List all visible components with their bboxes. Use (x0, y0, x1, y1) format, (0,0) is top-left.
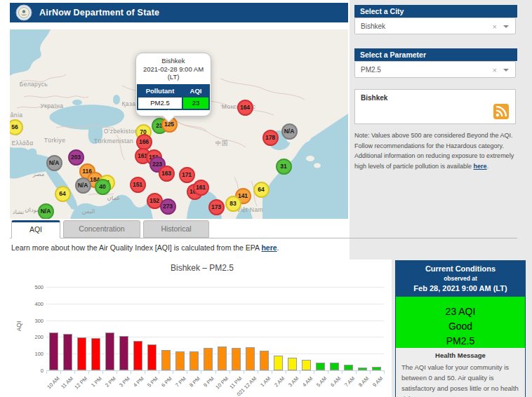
tab-concentration[interactable]: Concentration (63, 220, 140, 238)
x-axis-tick (300, 371, 300, 374)
chart-bar[interactable] (246, 347, 255, 370)
map-marker[interactable]: N/A (38, 203, 54, 220)
rss-icon[interactable] (493, 104, 509, 119)
x-axis-label-text: 1 PM (90, 375, 103, 389)
note-here-link[interactable]: here (474, 163, 487, 170)
x-axis-tick (328, 371, 328, 374)
city-select[interactable]: Bishkek × (354, 18, 516, 34)
chart-bar[interactable] (358, 368, 367, 370)
x-axis-label-text: 3 PM (118, 375, 131, 389)
chart-bar[interactable] (133, 341, 142, 370)
chart-bar[interactable] (372, 367, 381, 370)
current-conditions-panel: Current Conditions observed at Feb 28, 2… (395, 260, 526, 397)
health-message-title: Health Message (396, 351, 525, 359)
map-marker[interactable]: 83 (225, 196, 241, 212)
map-place-label: عمان (107, 194, 121, 201)
chart-bar[interactable] (161, 350, 171, 370)
x-axis-tick (258, 371, 258, 374)
observed-at-label: observed at (397, 275, 524, 282)
learn-more-here-link[interactable]: here (261, 243, 277, 252)
map-marker[interactable]: 56 (10, 119, 23, 135)
city-select-value: Bishkek (361, 22, 385, 30)
map-marker[interactable]: 164 (237, 100, 253, 116)
chart-bar[interactable] (232, 348, 241, 370)
chart-bar[interactable] (344, 365, 353, 370)
chart-bar[interactable] (91, 338, 100, 370)
parameter-select-value: PM2.5 (361, 66, 381, 74)
chart-bar[interactable] (302, 360, 311, 370)
x-axis-label-text: 10 AM (46, 375, 60, 390)
map-place-label: O'zbekiston (104, 128, 138, 135)
health-message-text: The AQI value for your community is betw… (401, 362, 519, 397)
map-marker[interactable]: 166 (136, 134, 152, 150)
aqi-bar-chart: Bishkek – PM2.5 AQI 010020030040050010 A… (13, 260, 392, 397)
map-marker[interactable]: 178 (262, 130, 279, 146)
y-axis-tick-label: 400 (15, 301, 44, 307)
x-axis-tick (356, 371, 357, 374)
note-text: Note: Values above 500 are considered Be… (354, 132, 514, 170)
x-axis-tick (117, 371, 117, 374)
map-marker[interactable]: 40 (95, 179, 111, 195)
chart-bar[interactable] (288, 358, 297, 370)
chart-bar[interactable] (274, 356, 283, 370)
x-axis-label-text: 12 PM (74, 375, 89, 391)
chart-bar[interactable] (204, 348, 213, 370)
city-dropdown-caret-icon[interactable] (503, 25, 509, 28)
map-marker[interactable]: 31 (276, 159, 292, 175)
learn-more-suffix: . (277, 243, 279, 252)
map-marker[interactable]: N/A (46, 155, 62, 171)
chart-bar[interactable] (316, 363, 325, 370)
x-axis-tick (272, 371, 272, 374)
x-axis-label-text: 3 AM (287, 375, 300, 388)
aqi-map[interactable]: БеларусьУкраїнаRomâniaΕλλάδαTürkiyeO'zbe… (10, 29, 348, 219)
chart-bar[interactable] (189, 351, 199, 370)
x-axis-tick (286, 371, 286, 374)
map-marker[interactable]: 64 (253, 182, 270, 198)
city-clear-icon[interactable]: × (493, 18, 497, 35)
chart-bar[interactable] (175, 351, 185, 370)
map-marker[interactable]: 163 (159, 166, 175, 182)
x-axis-tick (384, 371, 385, 374)
tab-aqi[interactable]: AQI (11, 220, 60, 238)
chart-bar[interactable] (260, 351, 269, 370)
x-axis-label-text: 2 PM (104, 375, 117, 389)
map-marker[interactable]: 273 (160, 198, 176, 215)
select-parameter-header: Select a Parameter (354, 48, 517, 61)
aqi-pollutant: PM2.5 (396, 334, 525, 349)
chart-bar[interactable] (77, 337, 86, 370)
map-marker[interactable]: 161 (193, 180, 209, 196)
popup-pollutant-value: PM2.5 (138, 97, 182, 109)
map-marker[interactable]: 173 (208, 199, 225, 215)
map-marker[interactable]: 151 (130, 177, 146, 193)
map-place-label: اليمن (82, 208, 95, 215)
parameter-dropdown-caret-icon[interactable] (503, 69, 509, 72)
map-marker[interactable]: N/A (75, 177, 91, 194)
chart-bar[interactable] (218, 346, 227, 370)
map-place-label: Беларусь (20, 81, 48, 88)
x-axis-label-text: 6 PM (160, 375, 173, 389)
x-axis-tick (88, 371, 89, 374)
map-place-label: Türkmenistan (94, 137, 133, 144)
map-marker[interactable]: 171 (179, 167, 195, 183)
x-axis-label-text: 11 AM (60, 375, 74, 390)
gridline (46, 287, 384, 288)
map-place-label: 中国 (215, 140, 228, 148)
parameter-select[interactable]: PM2.5 × (354, 61, 516, 78)
tab-historical[interactable]: Historical (143, 220, 209, 238)
map-marker[interactable]: 64 (55, 186, 71, 202)
x-axis-tick (370, 371, 371, 374)
aqi-value: 23 AQI (396, 304, 525, 319)
chart-bar[interactable] (330, 363, 339, 370)
chart-bar[interactable] (147, 344, 157, 370)
x-axis-label-text: 2 AM (273, 375, 286, 388)
chart-bar[interactable] (105, 332, 114, 370)
chart-bar[interactable] (119, 336, 128, 370)
map-marker[interactable]: 203 (68, 149, 84, 166)
map-marker[interactable]: N/A (281, 123, 298, 140)
x-axis-label-text: 4 AM (301, 375, 314, 388)
page-title: AirNow Department of State (39, 8, 159, 18)
city-feed-box: Bishkek (354, 89, 516, 124)
chart-bar[interactable] (49, 332, 58, 370)
parameter-clear-icon[interactable]: × (493, 62, 497, 79)
chart-bar[interactable] (63, 334, 72, 370)
